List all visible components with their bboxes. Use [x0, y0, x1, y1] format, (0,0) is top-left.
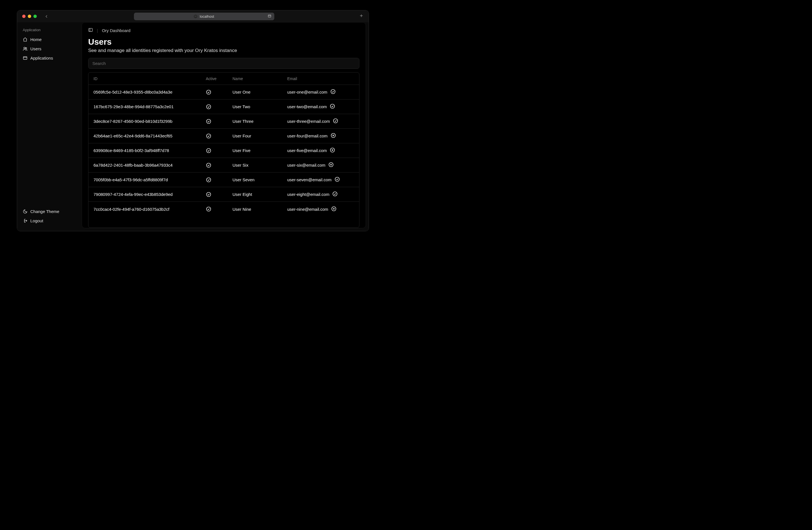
cell-name: User One [232, 90, 287, 94]
email-verified-status [328, 162, 334, 168]
cell-active [206, 192, 232, 197]
table-row[interactable]: 7005f0bb-e4a5-47f3-96dc-a5ffd8809f7dUser… [88, 172, 359, 187]
cell-id: 79080997-4724-4efa-99ec-e43b853de9ed [93, 192, 206, 197]
cell-name: User Seven [232, 177, 287, 182]
check-circle-icon [206, 148, 212, 153]
back-button[interactable] [44, 14, 49, 19]
cell-email-text: user-nine@email.com [287, 207, 328, 212]
browser-window: ⋯ localhost Application Home [17, 10, 369, 231]
reader-mode-icon[interactable] [267, 14, 272, 19]
check-circle-icon [206, 206, 212, 212]
moon-icon [23, 209, 28, 214]
table-row[interactable]: 0569fc5e-5d12-48e3-9355-d8bc0a3d4a3eUser… [88, 85, 359, 99]
users-icon [23, 46, 28, 51]
cell-active [206, 148, 232, 153]
cell-email-text: user-five@email.com [287, 148, 327, 153]
cell-id: 7005f0bb-e4a5-47f3-96dc-a5ffd8809f7d [93, 177, 206, 182]
svg-point-4 [24, 47, 26, 49]
cell-email: user-six@email.com [287, 162, 354, 168]
logout-icon [23, 218, 28, 223]
cell-email: user-nine@email.com [287, 206, 354, 212]
svg-point-30 [207, 192, 211, 196]
cell-id: 7cc0cac4-02fe-494f-a760-d16075a3b2cf [93, 207, 206, 212]
minimize-window-button[interactable] [28, 15, 31, 18]
svg-point-32 [207, 207, 211, 211]
cell-active [206, 89, 232, 95]
cell-id: 167bc675-29e3-48be-994d-88775a3c2e01 [93, 104, 206, 109]
svg-point-14 [207, 119, 211, 123]
check-circle-icon [206, 177, 212, 183]
sidebar-toggle-button[interactable] [88, 28, 93, 33]
url-bar[interactable]: ⋯ localhost [134, 13, 274, 20]
cell-email: user-three@email.com [287, 118, 354, 125]
check-circle-icon [333, 118, 338, 124]
cell-email-text: user-seven@email.com [287, 177, 332, 182]
table-row[interactable]: 79080997-4724-4efa-99ec-e43b853de9edUser… [88, 187, 359, 202]
x-circle-icon [331, 206, 337, 212]
cell-email-text: user-two@email.com [287, 104, 327, 109]
logout-label: Logout [30, 218, 43, 223]
cell-active [206, 133, 232, 139]
breadcrumb-title: Ory Dashboard [102, 28, 131, 33]
svg-point-16 [207, 134, 211, 138]
check-circle-icon [330, 103, 335, 109]
cell-active [206, 177, 232, 183]
sidebar-item-home[interactable]: Home [20, 35, 79, 44]
table-row[interactable]: 639908ce-8469-4185-b0f2-3af948ff7d78User… [88, 143, 359, 158]
x-circle-icon [331, 132, 336, 138]
close-window-button[interactable] [22, 15, 26, 18]
cell-id: 3dec8ce7-8267-4560-90ed-b810d1f3299b [93, 119, 206, 124]
table-row[interactable]: 42b64ae1-e65c-42e4-9dd6-8a71443ecf65User… [88, 129, 359, 143]
email-verified-status [332, 191, 338, 198]
sidebar-item-applications[interactable]: Applications [20, 53, 79, 63]
table-row[interactable]: 7cc0cac4-02fe-494f-a760-d16075a3b2cfUser… [88, 202, 359, 217]
table-row[interactable]: 167bc675-29e3-48be-994d-88775a3c2e01User… [88, 99, 359, 114]
cell-id: 6a78d422-2401-48fb-baab-3b96a47933c4 [93, 163, 206, 167]
change-theme-label: Change Theme [30, 209, 59, 214]
search-input[interactable] [88, 58, 359, 69]
url-text: localhost [200, 14, 214, 18]
column-header-name: Name [232, 76, 287, 81]
check-circle-icon [332, 191, 338, 197]
email-verified-status [333, 118, 338, 125]
titlebar: ⋯ localhost [17, 10, 369, 22]
cell-name: User Nine [232, 207, 287, 212]
check-circle-icon [206, 104, 212, 110]
cell-active [206, 118, 232, 124]
email-verified-status [330, 89, 336, 95]
logout-button[interactable]: Logout [20, 216, 79, 225]
cell-email-text: user-four@email.com [287, 134, 328, 138]
column-header-id: ID [93, 76, 206, 81]
svg-point-5 [26, 47, 27, 48]
svg-point-24 [207, 163, 211, 167]
cell-active [206, 163, 232, 168]
cell-active [206, 104, 232, 110]
check-circle-icon [206, 133, 212, 139]
page-title: Users [88, 37, 359, 47]
column-header-active: Active [206, 76, 232, 81]
column-header-email: Email [287, 76, 354, 81]
cell-email: user-eight@email.com [287, 191, 354, 198]
email-verified-status [331, 206, 337, 212]
check-circle-icon [206, 89, 212, 95]
svg-rect-8 [89, 28, 92, 31]
table-row[interactable]: 3dec8ce7-8267-4560-90ed-b810d1f3299bUser… [88, 114, 359, 129]
email-verified-status [331, 132, 336, 139]
new-tab-button[interactable] [359, 13, 364, 19]
main-panel: | Ory Dashboard Users See and manage all… [82, 22, 366, 228]
svg-point-31 [333, 192, 337, 196]
cell-active [206, 206, 232, 212]
svg-point-29 [335, 177, 339, 182]
maximize-window-button[interactable] [33, 15, 37, 18]
sidebar-item-users[interactable]: Users [20, 44, 79, 53]
email-verified-status [330, 103, 335, 110]
window-controls [22, 15, 37, 18]
check-circle-icon [206, 192, 212, 197]
change-theme-button[interactable]: Change Theme [20, 207, 79, 216]
table-row[interactable]: 6a78d422-2401-48fb-baab-3b96a47933c4User… [88, 158, 359, 172]
sidebar-section-label: Application [20, 28, 79, 35]
page-subtitle: See and manage all identities registered… [88, 48, 359, 53]
home-icon [23, 37, 28, 42]
svg-point-15 [333, 119, 337, 123]
cell-email: user-one@email.com [287, 89, 354, 95]
